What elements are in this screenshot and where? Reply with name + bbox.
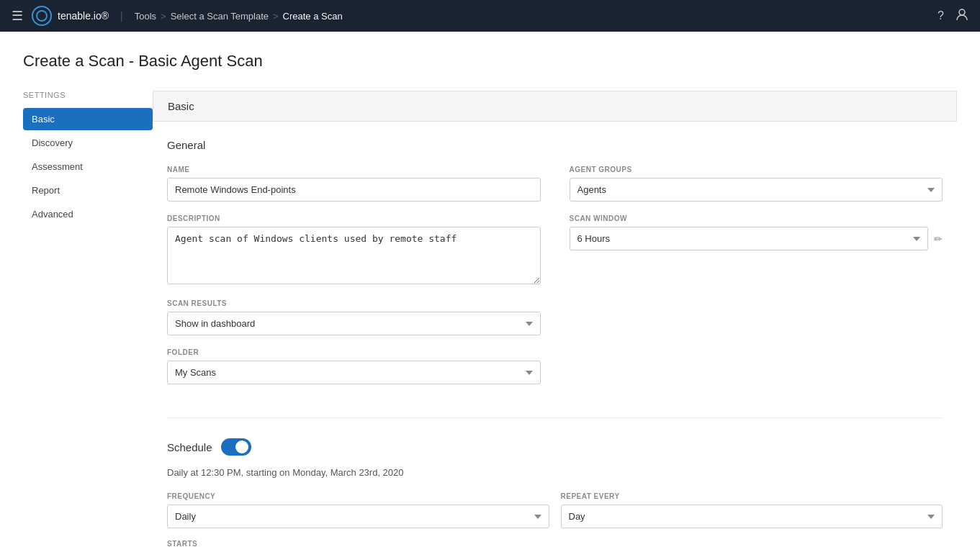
schedule-title: Schedule xyxy=(167,441,212,453)
scan-results-group: SCAN RESULTS Show in dashboard Do not sh… xyxy=(167,299,541,335)
frequency-row: FREQUENCY Once Daily Weekly Monthly REPE… xyxy=(167,492,943,528)
breadcrumb-scan-template[interactable]: Select a Scan Template xyxy=(171,11,269,22)
scan-results-select[interactable]: Show in dashboard Do not show in dashboa… xyxy=(167,312,541,335)
frequency-select[interactable]: Once Daily Weekly Monthly xyxy=(167,505,549,528)
breadcrumb: Tools > Select a Scan Template > Create … xyxy=(135,11,343,22)
repeat-every-select[interactable]: Day Week Month xyxy=(561,505,943,528)
sidebar-item-advanced[interactable]: Advanced xyxy=(23,203,153,225)
topnav: ☰ tenable.io® | Tools > Select a Scan Te… xyxy=(0,0,980,32)
help-icon[interactable]: ? xyxy=(938,9,944,22)
section-header: Basic xyxy=(153,91,957,122)
description-label: DESCRIPTION xyxy=(167,214,541,222)
scan-window-label: SCAN WINDOW xyxy=(570,214,943,222)
description-group: DESCRIPTION Agent scan of Windows client… xyxy=(167,214,541,286)
schedule-header: Schedule xyxy=(167,438,943,456)
left-column: NAME DESCRIPTION Agent scan of Windows c… xyxy=(167,166,541,397)
schedule-description: Daily at 12:30 PM, starting on Monday, M… xyxy=(167,467,943,478)
agent-groups-row: Agents xyxy=(570,178,943,202)
section-header-label: Basic xyxy=(168,100,194,112)
scan-window-group: SCAN WINDOW 1 Hour 2 Hours 4 Hours 6 Hou… xyxy=(570,214,943,250)
hamburger-icon[interactable]: ☰ xyxy=(12,8,23,24)
sidebar-item-report[interactable]: Report xyxy=(23,179,153,202)
page-title: Create a Scan - Basic Agent Scan xyxy=(23,52,957,71)
logo-text: tenable.io® xyxy=(58,10,109,22)
sidebar-item-assessment[interactable]: Assessment xyxy=(23,155,153,178)
right-column: AGENT GROUPS Agents SCAN WINDOW xyxy=(570,166,943,397)
frequency-group: FREQUENCY Once Daily Weekly Monthly xyxy=(167,492,549,528)
sidebar: Settings Basic Discovery Assessment Repo… xyxy=(23,91,153,547)
schedule-section: Schedule Daily at 12:30 PM, starting on … xyxy=(167,438,943,547)
breadcrumb-sep-1: > xyxy=(161,11,166,22)
user-icon[interactable] xyxy=(956,8,968,24)
repeat-every-label: REPEAT EVERY xyxy=(561,492,943,500)
breadcrumb-sep-2: > xyxy=(273,11,279,22)
frequency-label: FREQUENCY xyxy=(167,492,549,500)
scan-window-row: 1 Hour 2 Hours 4 Hours 6 Hours 8 Hours 1… xyxy=(570,227,943,250)
name-input[interactable] xyxy=(167,178,541,202)
schedule-toggle[interactable] xyxy=(221,438,251,456)
sidebar-group-label: Settings xyxy=(23,91,153,99)
main-form-row: NAME DESCRIPTION Agent scan of Windows c… xyxy=(167,166,943,397)
agent-groups-group: AGENT GROUPS Agents xyxy=(570,166,943,202)
breadcrumb-create-scan: Create a Scan xyxy=(283,11,343,22)
folder-label: FOLDER xyxy=(167,348,541,356)
folder-select[interactable]: My Scans Trash xyxy=(167,361,541,384)
nav-divider: | xyxy=(120,10,123,22)
agent-groups-select[interactable]: Agents xyxy=(570,178,943,202)
page: Create a Scan - Basic Agent Scan Setting… xyxy=(0,32,980,547)
breadcrumb-tools[interactable]: Tools xyxy=(135,11,156,22)
content-layout: Settings Basic Discovery Assessment Repo… xyxy=(23,91,957,547)
starts-label: STARTS xyxy=(167,540,943,547)
starts-group: STARTS 12:00 12:30 13:00 xyxy=(167,540,943,547)
main-content: Basic General NAME xyxy=(153,91,957,547)
general-section-title: General xyxy=(153,139,957,151)
logo: tenable.io® xyxy=(32,6,109,26)
section-divider xyxy=(167,417,943,418)
description-input[interactable]: Agent scan of Windows clients used by re… xyxy=(167,227,541,284)
form-body: NAME DESCRIPTION Agent scan of Windows c… xyxy=(153,166,957,547)
scan-results-label: SCAN RESULTS xyxy=(167,299,541,307)
name-group: NAME xyxy=(167,166,541,202)
svg-point-0 xyxy=(959,9,965,15)
folder-group: FOLDER My Scans Trash xyxy=(167,348,541,384)
scan-window-select[interactable]: 1 Hour 2 Hours 4 Hours 6 Hours 8 Hours 1… xyxy=(570,227,929,250)
name-label: NAME xyxy=(167,166,541,173)
repeat-every-group: REPEAT EVERY Day Week Month xyxy=(561,492,943,528)
sidebar-item-discovery[interactable]: Discovery xyxy=(23,132,153,154)
logo-icon xyxy=(32,6,52,26)
scan-window-edit-icon[interactable]: ✏ xyxy=(934,233,943,245)
sidebar-item-basic[interactable]: Basic xyxy=(23,108,153,130)
agent-groups-label: AGENT GROUPS xyxy=(570,166,943,173)
